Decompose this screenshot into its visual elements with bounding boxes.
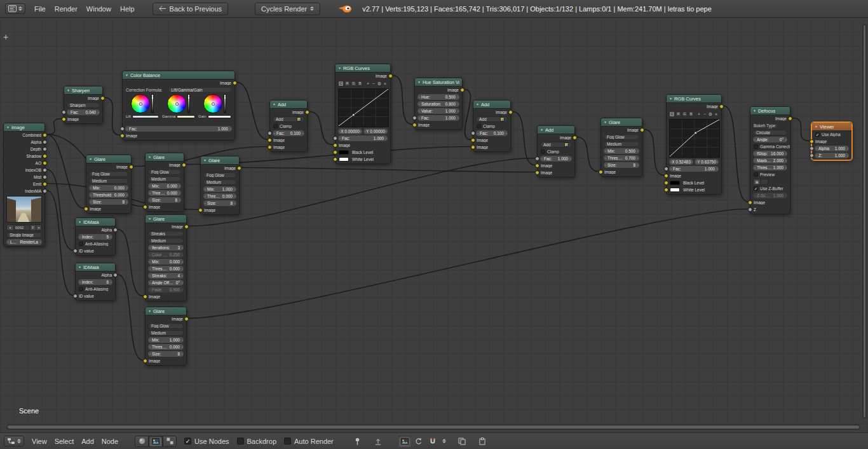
texture-nodes-button[interactable] — [163, 436, 177, 447]
socket-out[interactable] — [113, 228, 118, 232]
collapse-arrow-icon[interactable]: ▼ — [604, 121, 607, 124]
checkbox-anti-aliasing[interactable]: Anti-Aliasing — [76, 242, 115, 246]
field-fac[interactable]: Fac:0.100 — [273, 130, 304, 136]
field-iterations[interactable]: Iterations:3 — [148, 245, 184, 251]
socket-white[interactable] — [333, 157, 337, 162]
node-header[interactable]: ▼Hue Saturation Value — [415, 78, 462, 86]
socket-depth[interactable] — [43, 147, 47, 151]
node-header[interactable]: ▼Image — [4, 123, 44, 132]
channel-c-button[interactable]: C — [669, 111, 675, 117]
node-link[interactable] — [577, 137, 599, 172]
socket-out[interactable] — [573, 135, 577, 140]
region-expand-button[interactable]: + — [3, 32, 8, 42]
collapse-arrow-icon[interactable]: ▼ — [6, 126, 10, 129]
zoom-out-icon[interactable]: − — [702, 111, 707, 117]
collapse-arrow-icon[interactable]: ▼ — [148, 310, 151, 313]
node-header[interactable]: ▼Sharpen — [64, 86, 102, 95]
tools-icon[interactable]: ⚙ — [708, 111, 713, 117]
socket-out[interactable] — [237, 166, 241, 170]
image-icon[interactable] — [500, 117, 505, 121]
dropdown-add[interactable]: Add — [273, 116, 304, 122]
socket-in[interactable] — [143, 359, 147, 363]
field-fac[interactable]: Fac:1.000 — [338, 135, 388, 141]
collapse-arrow-icon[interactable]: ▼ — [125, 74, 128, 77]
field-z[interactable]: Z:1.000 — [815, 153, 849, 158]
node-glareS[interactable]: ▼GlareImageStreaksMediumIterations:3Colo… — [145, 214, 187, 301]
socket-out[interactable] — [182, 163, 186, 167]
socket-in[interactable] — [62, 117, 66, 121]
field-alpha[interactable]: Alpha:1.000 — [815, 146, 849, 151]
node-link[interactable] — [237, 83, 268, 140]
color-swatch[interactable] — [670, 188, 680, 192]
field-size[interactable]: Size:8 — [604, 162, 639, 168]
collapse-arrow-icon[interactable]: ▼ — [669, 97, 672, 100]
field-threshold[interactable]: Threshold:0.700 — [604, 155, 639, 161]
node-header[interactable]: ▼Glare — [201, 156, 239, 165]
channel-r-button[interactable]: R — [675, 111, 681, 117]
field-saturation[interactable]: Saturation:0.800 — [417, 101, 459, 107]
collapse-arrow-icon[interactable]: ▼ — [540, 128, 543, 132]
color-wheel-gain[interactable] — [203, 94, 222, 113]
node-link[interactable] — [118, 230, 143, 296]
node-add2[interactable]: ▼AddImageAddClampFac:0.100ImageImage — [473, 100, 511, 152]
pin-icon[interactable] — [351, 436, 364, 447]
dropdown-medium[interactable]: Medium — [148, 330, 184, 336]
field-hue[interactable]: Hue:0.500 — [417, 94, 459, 100]
checkbox-icon[interactable] — [237, 438, 244, 445]
color-swatch[interactable] — [339, 150, 349, 155]
socket-in2[interactable] — [535, 170, 539, 175]
wheel-color-strip[interactable] — [208, 115, 231, 118]
vertical-scrollbar[interactable] — [862, 24, 867, 418]
socket-out[interactable] — [508, 110, 513, 114]
field-fac[interactable]: Fac:1.000 — [125, 126, 232, 132]
socket-fac[interactable] — [471, 131, 475, 135]
dropdown-circular[interactable]: Circular — [753, 130, 787, 135]
node-header[interactable]: ▼Glare — [146, 307, 186, 315]
unlink-button[interactable]: × — [36, 225, 41, 231]
scrollbar-thumb[interactable] — [863, 25, 866, 418]
node-colorbal[interactable]: ▼Color BalanceImageCorrection Formula:Li… — [122, 71, 235, 141]
node-header[interactable]: ▼Glare — [146, 215, 186, 223]
render-result-icon[interactable] — [398, 436, 411, 447]
socket-combined[interactable] — [43, 133, 47, 137]
node-hsv[interactable]: ▼Hue Saturation ValueImageHue:0.500Satur… — [414, 78, 463, 130]
field-size[interactable]: Size:8 — [89, 199, 128, 205]
socket-out[interactable] — [719, 104, 724, 109]
collapse-arrow-icon[interactable]: ▼ — [753, 109, 756, 113]
socket-out[interactable] — [184, 224, 189, 229]
node-header[interactable]: ▼Add — [538, 126, 574, 134]
wheel-value-slider[interactable] — [187, 94, 190, 113]
field-threshold[interactable]: Threshold:0.000 — [148, 344, 184, 350]
socket-in[interactable] — [84, 207, 88, 211]
field-threshold[interactable]: Threshold:0.000 — [203, 193, 236, 199]
field-size[interactable]: Size:8 — [203, 200, 236, 206]
horizontal-scrollbar[interactable] — [6, 424, 860, 430]
field-threshold[interactable]: Threshold:0.000 — [89, 192, 128, 198]
scene-datablock[interactable]: ▦ — [753, 179, 768, 185]
field-maxblur[interactable]: Maxblur:2.000 — [753, 158, 787, 163]
socket-out[interactable] — [100, 96, 105, 100]
socket-out[interactable] — [640, 128, 644, 132]
node-image[interactable]: ▼ImageCombinedAlphaDepthShadowAOIndexOBM… — [3, 123, 45, 247]
socket-in[interactable] — [73, 294, 78, 298]
color-swatch[interactable] — [670, 181, 680, 185]
field-fac[interactable]: Fac:0.040 — [67, 109, 100, 115]
curve-editor[interactable] — [669, 119, 720, 158]
field-color-modulation[interactable]: Color Modulation:0.250 — [148, 252, 184, 258]
node-header[interactable]: ▼Glare — [601, 118, 642, 127]
socket-fac[interactable] — [664, 167, 668, 171]
menu-view[interactable]: View — [32, 438, 47, 445]
field-fac[interactable]: Fac:0.100 — [476, 130, 508, 136]
node-link[interactable] — [644, 130, 664, 176]
zoom-in-icon[interactable]: + — [365, 81, 370, 86]
node-link[interactable] — [241, 168, 535, 172]
menu-select[interactable]: Select — [55, 438, 74, 445]
wheel-value-slider[interactable] — [151, 94, 154, 113]
menu-file[interactable]: File — [34, 5, 46, 13]
checkbox-anti-aliasing[interactable]: Anti-Aliasing — [76, 287, 115, 291]
node-link[interactable] — [792, 118, 810, 141]
socket-in[interactable] — [810, 139, 814, 144]
checkbox-preview[interactable]: Preview — [750, 172, 790, 177]
socket-out[interactable] — [233, 81, 237, 85]
node-add3[interactable]: ▼AddImageAddClampFac:1.000ImageImage — [537, 125, 575, 177]
